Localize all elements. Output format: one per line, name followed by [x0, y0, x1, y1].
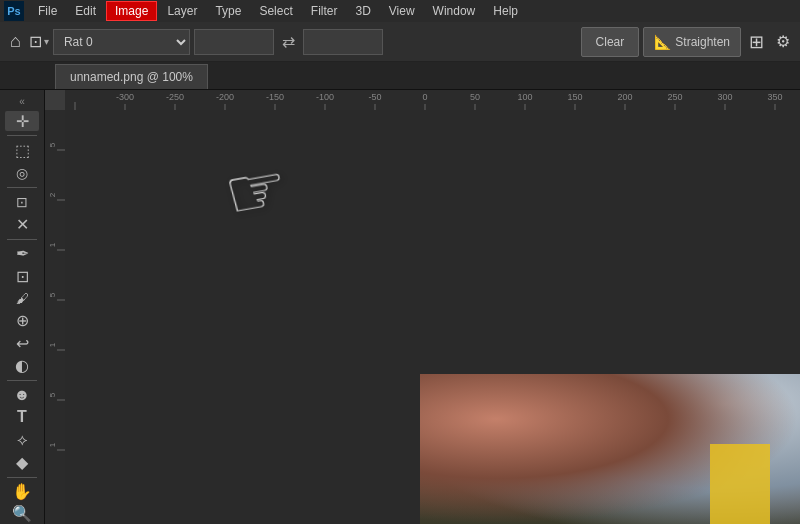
toolbar-separator-3: [7, 239, 37, 240]
grid-button[interactable]: ⊞: [745, 27, 768, 57]
svg-text:-300: -300: [116, 92, 134, 102]
hand-tool[interactable]: ✋: [5, 481, 39, 501]
menu-select[interactable]: Select: [251, 2, 300, 20]
menu-3d[interactable]: 3D: [347, 2, 378, 20]
toolbar-separator-2: [7, 187, 37, 188]
svg-text:0: 0: [422, 92, 427, 102]
straighten-icon: 📐: [654, 34, 671, 50]
svg-text:2: 2: [48, 192, 57, 197]
crop-tool[interactable]: ⊡: [5, 192, 39, 212]
toolbar-separator-1: [7, 135, 37, 136]
svg-text:5: 5: [48, 392, 57, 397]
settings-button[interactable]: ⚙: [772, 28, 794, 55]
path-tool[interactable]: ⟡: [5, 430, 39, 450]
svg-text:-250: -250: [166, 92, 184, 102]
lasso-tool[interactable]: ◎: [5, 163, 39, 183]
menu-type[interactable]: Type: [207, 2, 249, 20]
marquee-rect-tool[interactable]: ⬚: [5, 140, 39, 160]
svg-text:50: 50: [470, 92, 480, 102]
tab-bar: unnamed.png @ 100%: [0, 62, 800, 90]
type-tool[interactable]: T: [5, 407, 39, 427]
crop-tool-icon: ⊡: [29, 32, 42, 51]
yellow-element: [710, 444, 770, 524]
ruler-v-svg: 5 2 1 5 1 5 1: [45, 110, 65, 524]
swap-icon[interactable]: ⇄: [278, 32, 299, 51]
width-input[interactable]: [194, 29, 274, 55]
svg-text:5: 5: [48, 142, 57, 147]
svg-text:-150: -150: [266, 92, 284, 102]
collapse-arrow[interactable]: «: [17, 94, 27, 109]
svg-text:350: 350: [767, 92, 782, 102]
eyedropper-tool[interactable]: ✒: [5, 243, 39, 263]
dodge-tool[interactable]: ☻: [5, 385, 39, 405]
canvas-wrapper: -300 -250 -200 -150 -100 -50 0 50: [45, 90, 800, 524]
left-toolbar: « ✛ ⬚ ◎ ⊡ ✕ ✒ ⊡ 🖌 ⊕ ↩ ◐ ☻ T ⟡ ◆ ✋ 🔍: [0, 90, 45, 524]
svg-text:1: 1: [48, 242, 57, 247]
svg-text:100: 100: [517, 92, 532, 102]
move-tool[interactable]: ✛: [5, 111, 39, 131]
gradient-tool[interactable]: ◐: [5, 356, 39, 376]
stamp-tool[interactable]: ⊕: [5, 311, 39, 331]
svg-text:1: 1: [48, 442, 57, 447]
menu-edit[interactable]: Edit: [67, 2, 104, 20]
brush-tool[interactable]: 🖌: [5, 288, 39, 308]
menu-file[interactable]: File: [30, 2, 65, 20]
straighten-button[interactable]: 📐 Straighten: [643, 27, 741, 57]
menu-layer[interactable]: Layer: [159, 2, 205, 20]
ruler-horizontal: -300 -250 -200 -150 -100 -50 0 50: [65, 90, 800, 110]
document-tab[interactable]: unnamed.png @ 100%: [55, 64, 208, 89]
healing-tool[interactable]: ⊡: [5, 266, 39, 286]
ps-logo: Ps: [4, 1, 24, 21]
home-button[interactable]: ⌂: [6, 27, 25, 56]
svg-text:-100: -100: [316, 92, 334, 102]
toolbar-separator-4: [7, 380, 37, 381]
ruler-vertical: 5 2 1 5 1 5 1: [45, 110, 65, 524]
svg-rect-30: [45, 110, 65, 524]
svg-text:150: 150: [567, 92, 582, 102]
menu-window[interactable]: Window: [425, 2, 484, 20]
svg-text:1: 1: [48, 342, 57, 347]
menu-view[interactable]: View: [381, 2, 423, 20]
canvas-dark-area: [65, 110, 800, 524]
straighten-label: Straighten: [675, 35, 730, 49]
eraser-tool[interactable]: ↩: [5, 333, 39, 353]
main-area: « ✛ ⬚ ◎ ⊡ ✕ ✒ ⊡ 🖌 ⊕ ↩ ◐ ☻ T ⟡ ◆ ✋ 🔍: [0, 90, 800, 524]
svg-text:300: 300: [717, 92, 732, 102]
clear-button[interactable]: Clear: [581, 27, 640, 57]
svg-text:-200: -200: [216, 92, 234, 102]
ruler-h-svg: -300 -250 -200 -150 -100 -50 0 50: [65, 90, 800, 110]
menu-image[interactable]: Image: [106, 1, 157, 21]
svg-text:250: 250: [667, 92, 682, 102]
canvas-area[interactable]: [65, 110, 800, 524]
toolbar-separator-5: [7, 477, 37, 478]
svg-text:5: 5: [48, 292, 57, 297]
transform-tool[interactable]: ✕: [5, 214, 39, 234]
menu-bar: Ps File Edit Image Layer Type Select Fil…: [0, 0, 800, 22]
menu-filter[interactable]: Filter: [303, 2, 346, 20]
ratio-select[interactable]: Rat 0 W x H x Resolution Original Ratio: [53, 29, 190, 55]
image-preview: [420, 374, 800, 524]
height-input[interactable]: [303, 29, 383, 55]
crop-dropdown-arrow[interactable]: ▾: [44, 36, 49, 47]
svg-text:-50: -50: [368, 92, 381, 102]
options-bar: ⌂ ⊡ ▾ Rat 0 W x H x Resolution Original …: [0, 22, 800, 62]
menu-help[interactable]: Help: [485, 2, 526, 20]
svg-text:200: 200: [617, 92, 632, 102]
zoom-tool[interactable]: 🔍: [5, 504, 39, 524]
shape-tool[interactable]: ◆: [5, 452, 39, 472]
